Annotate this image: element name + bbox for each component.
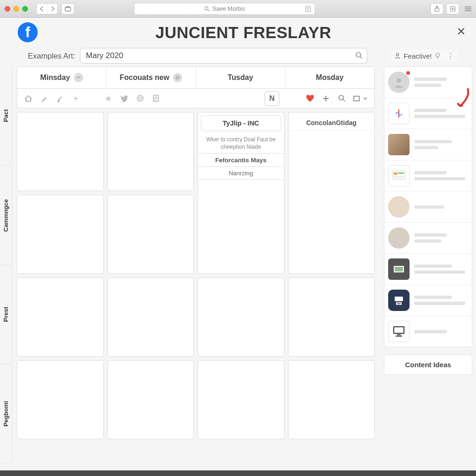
- thumbnail-monitor-icon: [388, 321, 410, 342]
- avatar: [388, 72, 410, 93]
- person-icon: [394, 53, 401, 59]
- calendar-grid: TyJlip - INC Wker to contry Doal Faut be…: [17, 112, 375, 463]
- address-text: Saee Morbis: [212, 6, 245, 12]
- svg-line-2: [208, 10, 209, 11]
- suggestion-item[interactable]: [384, 129, 472, 160]
- reader-icon[interactable]: [305, 6, 311, 12]
- search-label: Examples Art:: [28, 52, 75, 60]
- calendar-cell[interactable]: [17, 360, 104, 439]
- calendar-cell[interactable]: [198, 360, 284, 439]
- address-bar[interactable]: Saee Morbis: [134, 3, 315, 15]
- calendar-cell[interactable]: [107, 195, 194, 274]
- close-icon[interactable]: ✕: [456, 25, 466, 38]
- home-icon[interactable]: [22, 92, 35, 105]
- browser-right-controls: [430, 3, 459, 14]
- tool-group-right: [304, 92, 370, 105]
- suggestion-item[interactable]: [384, 192, 472, 223]
- tab-label: Tusday: [228, 73, 253, 82]
- tab-mosday[interactable]: Mosday: [285, 67, 374, 88]
- tab-label: Minsday: [40, 73, 70, 82]
- search-icon[interactable]: [355, 52, 363, 59]
- cell-tag: Nanrzing: [198, 167, 284, 180]
- calendar-cell[interactable]: [17, 112, 104, 191]
- share-button[interactable]: [430, 3, 443, 14]
- tab-badge-icon: [74, 73, 83, 82]
- heart-icon[interactable]: [304, 92, 317, 105]
- forward-button[interactable]: [47, 4, 57, 14]
- back-button[interactable]: [37, 4, 47, 14]
- search-icon: [204, 6, 210, 12]
- content-ideas-button[interactable]: Content Ideas: [384, 355, 472, 375]
- document-icon[interactable]: [149, 92, 162, 105]
- menu-icon[interactable]: [465, 7, 471, 11]
- plus-icon[interactable]: [319, 92, 332, 105]
- new-tab-button[interactable]: [446, 3, 459, 14]
- right-sidebar: Content Ideas: [380, 66, 476, 463]
- svg-point-15: [137, 95, 143, 101]
- minimize-window-icon[interactable]: [13, 6, 19, 12]
- svg-point-16: [139, 97, 141, 100]
- svg-rect-0: [65, 7, 71, 11]
- svg-line-24: [343, 99, 345, 101]
- calendar-cell[interactable]: [288, 360, 375, 439]
- suggestion-item[interactable]: [384, 223, 472, 254]
- svg-rect-42: [396, 336, 402, 337]
- window-controls: [5, 6, 28, 12]
- kebab-icon[interactable]: ⋮: [447, 52, 455, 60]
- feactive-chip[interactable]: Feactive! ⋮: [390, 50, 458, 62]
- cell-subtitle: Feforcantis Mays: [198, 153, 284, 167]
- center-panel: Minsday Focouats new Tusday Mosday: [12, 66, 380, 463]
- svg-point-13: [397, 53, 399, 56]
- search-row: Examples Art: Feactive! ⋮: [0, 45, 476, 66]
- trophy-icon: [435, 53, 441, 59]
- tab-focouats[interactable]: Focouats new: [106, 67, 196, 88]
- tabs-button[interactable]: [61, 3, 74, 14]
- calendar-cell[interactable]: [198, 278, 284, 357]
- twitter-icon[interactable]: [118, 92, 131, 105]
- rail-item-pegbomi[interactable]: Pegbomi: [0, 364, 12, 464]
- calendar-cell[interactable]: [288, 278, 375, 357]
- layout-icon[interactable]: [351, 92, 370, 105]
- svg-rect-32: [394, 176, 404, 178]
- suggestion-item[interactable]: [384, 285, 472, 316]
- suggestion-item[interactable]: [384, 316, 472, 347]
- calendar-cell[interactable]: [17, 195, 104, 274]
- cell-description: Wker to contry Doal Faut be cheeption Ni…: [198, 133, 284, 153]
- annotation-arrow-icon: [453, 86, 471, 110]
- close-window-icon[interactable]: [5, 6, 10, 12]
- svg-point-1: [205, 7, 208, 10]
- star-icon[interactable]: [102, 92, 115, 105]
- magnify-icon[interactable]: [335, 92, 348, 105]
- content-ideas-label: Content Ideas: [405, 361, 451, 369]
- feactive-label: Feactive!: [403, 52, 432, 60]
- toolbar: N: [17, 89, 375, 108]
- thumbnail-chart-icon: [388, 103, 410, 124]
- tab-badge-icon: [173, 73, 182, 82]
- svg-rect-30: [394, 172, 397, 175]
- calendar-cell[interactable]: [17, 278, 104, 357]
- suggestion-item[interactable]: [384, 160, 472, 192]
- suggestion-item[interactable]: [384, 254, 472, 285]
- svg-rect-41: [397, 334, 401, 335]
- day-tabs: Minsday Focouats new Tusday Mosday: [17, 66, 375, 89]
- svg-rect-40: [394, 327, 403, 333]
- rail-item-cammngce[interactable]: Cammngce: [0, 166, 12, 265]
- tab-tusday[interactable]: Tusday: [196, 67, 285, 88]
- rail-item-pact[interactable]: Pact: [0, 66, 12, 166]
- tab-label: Focouats new: [120, 73, 170, 82]
- calendar-cell-concolan[interactable]: ConcolanGtidag: [288, 112, 375, 274]
- sparkle-icon[interactable]: [69, 92, 82, 105]
- target-icon[interactable]: [133, 92, 146, 105]
- maximize-window-icon[interactable]: [22, 6, 28, 12]
- tab-minsday[interactable]: Minsday: [17, 67, 106, 88]
- calendar-cell-tyjlip[interactable]: TyJlip - INC Wker to contry Doal Faut be…: [198, 112, 284, 274]
- calendar-cell[interactable]: [107, 360, 194, 439]
- calendar-cell[interactable]: [107, 278, 194, 357]
- brush-icon[interactable]: [53, 92, 66, 105]
- search-input[interactable]: [80, 48, 367, 64]
- cell-title: TyJlip - INC: [201, 115, 281, 131]
- pencil-icon[interactable]: [38, 92, 51, 105]
- calendar-cell[interactable]: [107, 112, 194, 191]
- n-button[interactable]: N: [264, 91, 279, 106]
- rail-item-prest[interactable]: Prest: [0, 265, 12, 364]
